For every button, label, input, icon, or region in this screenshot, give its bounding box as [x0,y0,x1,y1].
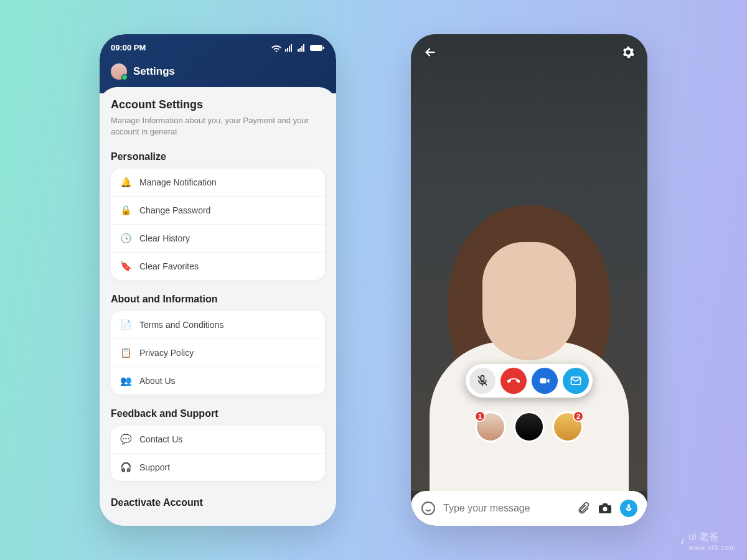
svg-rect-0 [285,49,286,52]
mic-off-icon [476,375,489,387]
shield-icon: 📋 [120,347,132,359]
settings-body: Account Settings Manage Information abou… [100,87,336,526]
row-label: Clear Favorites [139,261,199,271]
row-label: Terms and Conditions [139,320,223,330]
participant-avatar[interactable] [514,411,545,442]
user-avatar[interactable] [111,63,127,80]
change-password-row[interactable]: 🔒Change Password [111,196,325,224]
deactivate-account-button[interactable]: Deactivate Account [111,497,325,508]
mic-icon [624,503,634,513]
svg-rect-3 [291,44,292,52]
privacy-row[interactable]: 📋Privacy Policy [111,338,325,366]
about-us-row[interactable]: 👥About Us [111,366,325,394]
video-toggle-button[interactable] [532,368,558,394]
clear-history-row[interactable]: 🕓Clear History [111,224,325,252]
smile-icon [421,501,436,516]
svg-rect-1 [287,48,288,52]
contact-us-row[interactable]: 💬Contact Us [111,426,325,453]
manage-notification-row[interactable]: 🔔Manage Notification [111,169,325,196]
remote-video: 1 2 [411,34,647,491]
hangup-button[interactable] [500,368,527,394]
remote-person-placeholder [423,167,635,491]
support-card: 💬Contact Us 🎧Support [111,426,325,481]
group-about-label: About and Information [111,294,325,305]
watermark-brand: ui 老爸 [688,531,719,542]
participant-badge: 2 [573,411,584,422]
camera-icon [598,501,613,516]
call-settings-button[interactable] [621,45,635,62]
header-title-row: Settings [111,63,325,80]
back-button[interactable] [423,45,437,62]
settings-header: 09:00 PM Settings [100,34,336,93]
call-top-bar [411,45,647,62]
page-title: Settings [133,65,175,78]
personalize-card: 🔔Manage Notification 🔒Change Password 🕓C… [111,169,325,280]
svg-rect-9 [323,47,324,49]
message-input[interactable] [443,503,569,514]
status-time: 09:00 PM [111,43,146,52]
participant-badge: 1 [474,411,486,422]
mail-icon [570,375,582,387]
document-icon: 📄 [120,319,132,331]
watermark-url: www.ui8.com [688,544,736,551]
svg-rect-6 [301,46,303,52]
account-section-title: Account Settings [111,98,325,111]
row-label: About Us [139,376,176,386]
attach-button[interactable] [576,502,590,515]
terms-row[interactable]: 📄Terms and Conditions [111,311,325,338]
emoji-button[interactable] [421,501,436,516]
headset-icon: 🎧 [120,461,132,474]
participants-strip: 1 2 [475,411,583,442]
group-support-label: Feedback and Support [111,408,325,419]
svg-point-13 [603,507,608,511]
gear-icon [621,45,635,59]
voice-message-button[interactable] [620,500,637,517]
phone-hangup-icon [507,375,520,387]
message-button[interactable] [563,368,589,394]
lock-icon: 🔒 [120,204,132,217]
svg-rect-10 [540,378,547,383]
watermark: ♪ ui 老爸 www.ui8.com [680,531,736,551]
row-label: Support [139,462,170,472]
camera-button[interactable] [598,501,613,516]
row-label: Privacy Policy [139,348,194,358]
bell-icon: 🔔 [120,176,132,189]
video-call-screen: 1 2 [411,34,647,526]
clear-favorites-row[interactable]: 🔖Clear Favorites [111,252,325,280]
arrow-left-icon [423,45,437,59]
support-row[interactable]: 🎧Support [111,453,325,481]
group-personalize-label: Personalize [111,151,325,162]
row-label: Contact Us [139,434,182,444]
signal-icon [285,44,294,52]
signal-icon-2 [298,44,306,52]
chat-icon: 💬 [120,433,132,446]
svg-rect-4 [298,49,299,52]
participant-avatar[interactable]: 1 [475,411,506,442]
participant-avatar[interactable]: 2 [552,411,583,442]
people-icon: 👥 [120,375,132,387]
svg-rect-7 [303,44,304,52]
settings-screen: 09:00 PM Settings Account Settings Manag… [100,34,336,526]
mute-button[interactable] [469,368,496,394]
row-label: Change Password [139,205,210,215]
svg-rect-8 [310,45,322,51]
about-card: 📄Terms and Conditions 📋Privacy Policy 👥A… [111,311,325,394]
svg-rect-2 [289,46,290,52]
clock-icon: 🕓 [120,232,132,245]
message-composer [411,491,647,526]
call-controls [466,364,593,398]
svg-point-12 [422,502,435,515]
video-icon [538,375,551,387]
wifi-icon [271,44,281,52]
svg-rect-5 [299,48,301,52]
battery-icon [310,44,325,52]
row-label: Manage Notification [139,177,217,187]
paperclip-icon [576,502,590,515]
account-section-subtitle: Manage Information about you, your Payme… [111,115,325,138]
row-label: Clear History [139,233,190,243]
status-icons [271,44,325,52]
status-bar: 09:00 PM [111,43,325,52]
bookmark-icon: 🔖 [120,260,132,273]
